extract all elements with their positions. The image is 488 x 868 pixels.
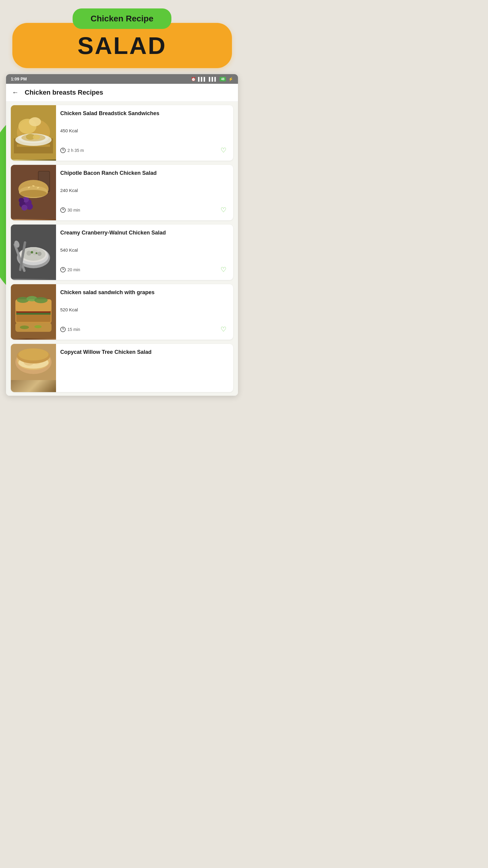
svg-point-50 — [34, 325, 41, 328]
recipe-kcal-3: 540 Kcal — [60, 247, 229, 253]
svg-point-58 — [19, 348, 48, 361]
recipe-time-4: 15 min — [60, 327, 80, 332]
heart-icon-1: ♡ — [221, 147, 227, 154]
recipe-card-4[interactable]: Chicken salad sandwich with grapes 520 K… — [11, 284, 233, 340]
recipe-name-5: Copycat Willow Tree Chicken Salad — [60, 349, 229, 355]
alarm-icon: ⏰ — [191, 77, 196, 82]
recipe-image-5 — [11, 344, 56, 392]
signal2-icon: ▌▌▌ — [209, 77, 217, 82]
svg-point-19 — [22, 205, 27, 211]
svg-point-18 — [26, 203, 33, 210]
svg-rect-44 — [16, 313, 51, 315]
back-button[interactable]: ← — [12, 89, 19, 96]
salad-title: SALAD — [77, 32, 167, 60]
recipe-name-3: Creamy Cranberry-Walnut Chicken Salad — [60, 229, 229, 236]
chicken-recipe-tag: Chicken Recipe — [73, 8, 172, 29]
charging-icon: ⚡ — [228, 77, 233, 82]
phone-container: 1:09 PM ⏰ ▌▌▌ ▌▌▌ 48 ⚡ ← Chicken breasts… — [6, 74, 238, 396]
svg-point-4 — [29, 117, 41, 126]
svg-point-49 — [20, 326, 29, 329]
recipe-card-5[interactable]: Copycat Willow Tree Chicken Salad — [11, 344, 233, 392]
recipe-bottom-4: 15 min ♡ — [60, 324, 229, 335]
favorite-button-2[interactable]: ♡ — [218, 205, 229, 216]
favorite-button-1[interactable]: ♡ — [218, 145, 229, 156]
battery-indicator: 48 — [220, 77, 226, 82]
nav-title: Chicken breasts Recipes — [25, 89, 103, 96]
heart-icon-3: ♡ — [221, 266, 227, 274]
nav-bar: ← Chicken breasts Recipes — [6, 84, 238, 101]
recipe-image-4 — [11, 284, 56, 340]
recipe-image-2 — [11, 165, 56, 220]
recipe-card-3[interactable]: Creamy Cranberry-Walnut Chicken Salad 54… — [11, 224, 233, 280]
recipe-time-3: 20 min — [60, 267, 80, 273]
recipe-info-1: Chicken Salad Breadstick Sandwiches 450 … — [56, 105, 233, 161]
tag-label: Chicken Recipe — [91, 14, 154, 23]
recipe-time-1: 2 h 35 m — [60, 148, 84, 153]
header-area: Chicken Recipe SALAD — [0, 0, 244, 68]
signal1-icon: ▌▌▌ — [198, 77, 207, 82]
svg-point-31 — [27, 251, 31, 255]
status-right: ⏰ ▌▌▌ ▌▌▌ 48 ⚡ — [191, 77, 233, 82]
recipe-name-4: Chicken salad sandwich with grapes — [60, 289, 229, 296]
recipe-info-3: Creamy Cranberry-Walnut Chicken Salad 54… — [56, 224, 233, 280]
clock-icon-4 — [60, 327, 66, 332]
status-bar: 1:09 PM ⏰ ▌▌▌ ▌▌▌ 48 ⚡ — [6, 74, 238, 84]
svg-point-33 — [37, 252, 41, 256]
clock-icon-2 — [60, 207, 66, 213]
heart-icon-2: ♡ — [221, 206, 227, 214]
favorite-button-4[interactable]: ♡ — [218, 324, 229, 335]
recipe-kcal-1: 450 Kcal — [60, 128, 229, 133]
salad-banner: SALAD — [12, 23, 232, 68]
svg-point-37 — [31, 251, 33, 253]
recipe-name-2: Chipotle Bacon Ranch Chicken Salad — [60, 170, 229, 177]
recipe-bottom-3: 20 min ♡ — [60, 264, 229, 275]
recipe-info-5: Copycat Willow Tree Chicken Salad — [56, 344, 233, 392]
recipe-kcal-4: 520 Kcal — [60, 307, 229, 312]
recipe-card-2[interactable]: Chipotle Bacon Ranch Chicken Salad 240 K… — [11, 165, 233, 220]
recipe-bottom-1: 2 h 35 m ♡ — [60, 145, 229, 156]
svg-point-47 — [34, 297, 47, 303]
status-time: 1:09 PM — [11, 76, 27, 82]
clock-icon-3 — [60, 267, 66, 273]
recipe-info-4: Chicken salad sandwich with grapes 520 K… — [56, 284, 233, 340]
recipes-list: Chicken Salad Breadstick Sandwiches 450 … — [6, 101, 238, 396]
favorite-button-3[interactable]: ♡ — [218, 264, 229, 275]
recipe-info-2: Chipotle Bacon Ranch Chicken Salad 240 K… — [56, 165, 233, 220]
svg-point-38 — [36, 252, 37, 254]
svg-point-10 — [33, 135, 40, 140]
heart-icon-4: ♡ — [221, 326, 227, 333]
recipe-kcal-2: 240 Kcal — [60, 188, 229, 193]
svg-point-22 — [20, 190, 47, 197]
recipe-card[interactable]: Chicken Salad Breadstick Sandwiches 450 … — [11, 105, 233, 161]
recipe-name-1: Chicken Salad Breadstick Sandwiches — [60, 110, 229, 117]
recipe-image-1 — [11, 105, 56, 161]
recipe-image-3 — [11, 224, 56, 280]
svg-point-17 — [19, 198, 24, 203]
recipe-bottom-2: 30 min ♡ — [60, 205, 229, 216]
clock-icon — [60, 148, 66, 153]
recipe-time-2: 30 min — [60, 207, 80, 213]
